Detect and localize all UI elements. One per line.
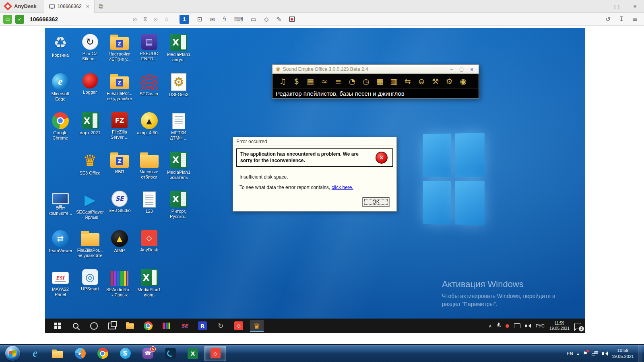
desktop-icon-filezilla-portable[interactable]: ZFileZillaPor... не удаляйте bbox=[105, 73, 134, 101]
tools-icon[interactable]: ⚒ bbox=[429, 77, 443, 86]
grid-icon[interactable]: ▦ bbox=[373, 77, 387, 86]
remote-clock[interactable]: 11:59 19.05.2021 bbox=[549, 321, 570, 331]
network-icon[interactable] bbox=[592, 351, 598, 356]
desktop-icon-metki-dtmf[interactable]: МЕТКИ ДТМФ ... bbox=[164, 112, 193, 141]
desktop-icon-korzina[interactable]: ♻Корзина bbox=[46, 34, 75, 58]
desktop-icon-microsoft-edge[interactable]: eMicrosoft Edge bbox=[46, 73, 75, 102]
desktop-icon-teamviewer[interactable]: ⇄TeamViewer bbox=[46, 230, 75, 253]
sound-empire-taskbar-icon[interactable]: ♛ bbox=[250, 320, 264, 332]
desktop-icon-aimp[interactable]: ▲AIMP bbox=[105, 230, 134, 253]
session-timer-icon[interactable]: ⧖ bbox=[143, 16, 147, 23]
new-session-tile-icon[interactable]: ▭ bbox=[3, 15, 12, 24]
host-clock[interactable]: 10:59 19.05.2021 bbox=[612, 348, 634, 360]
whiteboard-icon[interactable]: ✎ bbox=[276, 16, 281, 23]
permissions-icon[interactable]: ⊙ bbox=[153, 16, 158, 23]
display-settings-icon[interactable]: ▭ bbox=[251, 16, 256, 23]
microphone-icon[interactable] bbox=[497, 323, 501, 329]
desktop-icon-se3-office[interactable]: ♛SE3 Office bbox=[76, 152, 105, 176]
add-monitor-icon[interactable]: ⊡ bbox=[197, 16, 202, 23]
actions-icon[interactable]: ϟ bbox=[223, 16, 227, 23]
display-tray-icon[interactable] bbox=[514, 323, 520, 328]
menu-icon[interactable]: ≡ bbox=[632, 15, 638, 23]
favorites-star-icon[interactable]: ☆ bbox=[164, 16, 169, 23]
cortana-button[interactable] bbox=[87, 320, 101, 332]
tray-expand-icon[interactable]: ∧ bbox=[489, 323, 492, 329]
host-tray-expand-icon[interactable]: ▴ bbox=[577, 352, 579, 356]
internet-explorer-icon[interactable]: e bbox=[24, 346, 46, 361]
desktop-icon-aimp-setup[interactable]: ▲aimp_4.60... bbox=[135, 112, 164, 136]
chrome-host-icon[interactable] bbox=[92, 346, 114, 361]
se-app-icon[interactable]: SE bbox=[178, 320, 191, 332]
cards-icon[interactable]: ▥ bbox=[387, 77, 401, 86]
sync-app-icon[interactable]: ↻ bbox=[214, 320, 227, 332]
search-button[interactable] bbox=[69, 320, 83, 332]
desktop-icon-maya22-panel[interactable]: ESIMAYA22 Panel bbox=[46, 269, 75, 297]
se-close-button[interactable]: × bbox=[468, 66, 475, 72]
view-eye-icon[interactable]: ◉ bbox=[456, 77, 471, 86]
wave-icon[interactable]: ≈ bbox=[318, 77, 332, 86]
database-icon[interactable]: ⊜ bbox=[415, 77, 429, 86]
desktop-icon-logger[interactable]: Logger bbox=[76, 73, 105, 95]
ok-button[interactable]: OK bbox=[363, 197, 389, 206]
file-explorer-button[interactable] bbox=[123, 320, 137, 332]
host-volume-icon[interactable] bbox=[602, 351, 608, 356]
desktop-icon-pseudo-ener[interactable]: ▤PSEUDO ENER... bbox=[135, 34, 164, 62]
desktop-icon-mediaplan1-avgust[interactable]: XMediaPlan1 август bbox=[164, 34, 193, 62]
keyboard-icon[interactable]: ⌨ bbox=[234, 16, 243, 23]
clock-icon[interactable]: ◷ bbox=[359, 77, 373, 86]
money-icon[interactable]: $ bbox=[290, 77, 304, 86]
anydesk-taskbar-icon[interactable]: ◇ bbox=[232, 320, 246, 332]
desktop-icon-secastplayer[interactable]: ▶SECastPlayer - Ярлык bbox=[76, 191, 105, 220]
desktop-icon-filezilla-server[interactable]: FZFileZilla Server ... bbox=[105, 112, 134, 140]
show-desktop-button[interactable] bbox=[638, 345, 642, 362]
desktop-icon-filezilla-portable-2[interactable]: FileZillaPor... не удаляйте bbox=[76, 230, 105, 258]
r-app-icon[interactable]: R bbox=[196, 320, 209, 332]
start-orb[interactable] bbox=[2, 346, 23, 361]
desktop-icon-nastroyki-ibp[interactable]: ZНастройки ИБП(не у... bbox=[105, 34, 134, 62]
window-maximize-button[interactable]: ▢ bbox=[608, 0, 626, 12]
action-center-flag-icon[interactable]: ⚑ bbox=[583, 350, 588, 356]
desktop-icon-mediaplan1-iskatel[interactable]: XMediaPlan1 искатель bbox=[164, 152, 193, 180]
media-player-icon[interactable]: ▶ bbox=[69, 346, 91, 361]
desktop-icon-anydesk[interactable]: ◇AnyDesk bbox=[135, 230, 164, 253]
desktop-icon-ibp[interactable]: ZИБП bbox=[105, 152, 134, 175]
desktop-icon-upsmart[interactable]: ◎UPSmart bbox=[76, 269, 105, 292]
update-icon[interactable]: ↧ bbox=[619, 15, 624, 23]
document-icon[interactable]: ▤ bbox=[303, 77, 318, 86]
chat-icon[interactable]: ✉ bbox=[210, 16, 215, 23]
se-titlebar[interactable]: ♛ Sound Empire Office 3.0.0.123 Beta 2.4… bbox=[272, 65, 479, 74]
desktop-icon-secaster[interactable]: SECaster bbox=[135, 73, 164, 97]
click-here-link[interactable]: click here. bbox=[332, 185, 353, 190]
desktop-icon-dsfgen3[interactable]: ⚙DSFGen3 bbox=[164, 73, 193, 97]
desktop-icon-doc-123[interactable]: 123 bbox=[135, 191, 164, 214]
windows-explorer-icon[interactable] bbox=[47, 346, 68, 361]
history-icon[interactable]: ↺ bbox=[605, 15, 611, 23]
volume-icon[interactable] bbox=[525, 323, 531, 329]
chrome-taskbar-icon[interactable] bbox=[141, 320, 155, 332]
desktop-icon-mediaplan1-iyul[interactable]: XMediaPlan1 июль bbox=[135, 269, 164, 298]
messenger-icon[interactable] bbox=[159, 346, 181, 361]
audio-levels-app-icon[interactable] bbox=[159, 320, 173, 332]
settings-gear-icon[interactable]: ⚙ bbox=[442, 77, 456, 86]
accept-session-tile-icon[interactable]: ✓ bbox=[15, 15, 24, 24]
record-session-icon[interactable] bbox=[289, 16, 295, 22]
desktop-icon-chasovye-otbivki[interactable]: Часовые отбивки bbox=[135, 152, 164, 180]
desktop-icon-pira-cz[interactable]: ↻Pira CZ Silenc... bbox=[76, 34, 105, 62]
skype-icon[interactable]: S bbox=[114, 346, 136, 361]
viber-icon[interactable]: ☎5 bbox=[137, 346, 159, 361]
desktop-icon-mart-2021[interactable]: Xмарт 2021 bbox=[76, 112, 105, 136]
task-view-button[interactable] bbox=[105, 320, 119, 332]
notifications-icon[interactable]: 2 bbox=[574, 323, 581, 329]
music-icon[interactable]: ♫ bbox=[276, 77, 290, 86]
session-tab-close-icon[interactable]: × bbox=[86, 3, 89, 10]
exchange-icon[interactable]: ⇆ bbox=[401, 77, 415, 86]
privacy-icon[interactable]: ◇ bbox=[264, 16, 269, 23]
window-close-button[interactable]: × bbox=[626, 0, 644, 12]
desktop-icon-se3-studio[interactable]: SESE3 Studio bbox=[105, 191, 134, 213]
playlist-icon[interactable]: ≡ bbox=[331, 77, 345, 86]
anydesk-host-icon[interactable]: ◇ bbox=[204, 346, 226, 361]
language-indicator[interactable]: РУС bbox=[536, 323, 545, 328]
desktop-icon-google-chrome[interactable]: Google Chrome bbox=[46, 112, 75, 141]
session-tab[interactable]: 106666362 × bbox=[44, 0, 95, 13]
recording-indicator-icon[interactable] bbox=[506, 324, 509, 328]
